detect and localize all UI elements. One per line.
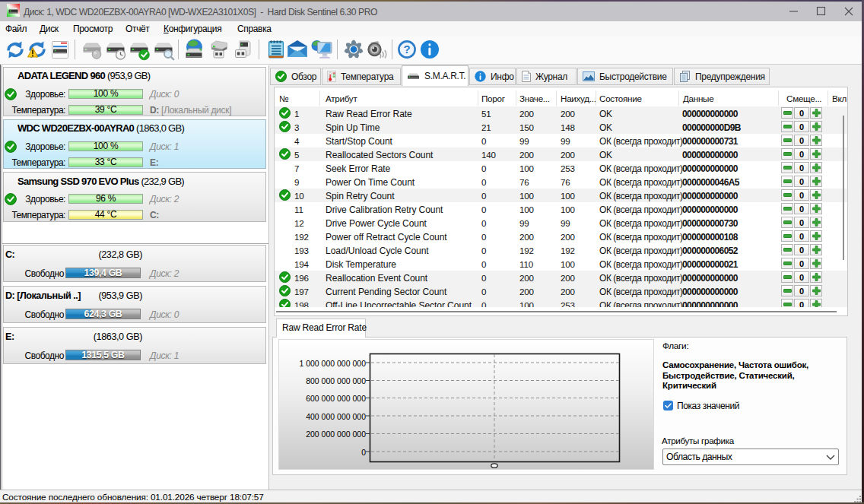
svg-text:?: ? (403, 43, 410, 55)
